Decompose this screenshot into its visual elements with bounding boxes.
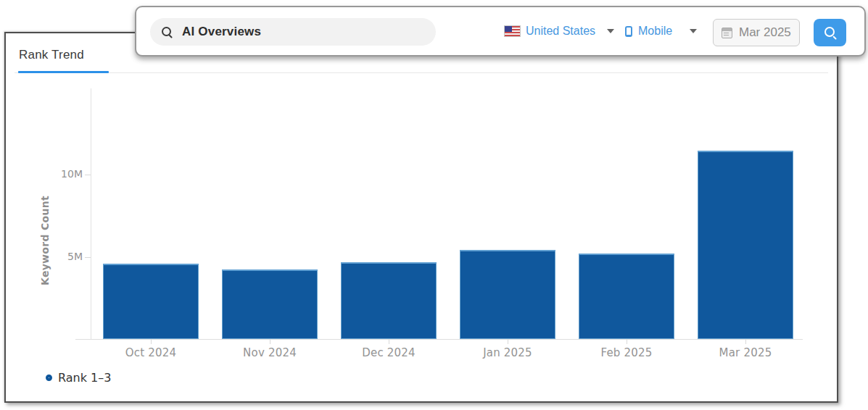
mobile-icon [625,26,632,37]
country-select-label: United States [526,25,595,38]
x-axis-tick [745,340,746,344]
x-axis-tick [270,340,270,344]
y-axis-label: 10M [33,168,83,180]
legend-ring-icon [46,375,52,381]
calendar-icon [722,28,732,38]
country-select[interactable]: United States [505,7,614,55]
chart-legend[interactable]: Rank 1–3 [46,371,111,385]
x-axis-tick [389,340,389,344]
search-query-text: AI Overviews [182,25,261,39]
legend-label: Rank 1–3 [58,371,111,385]
tab-rank-trend[interactable]: Rank Trend [19,48,84,62]
tab-active-indicator [18,71,109,73]
x-axis-tick [151,340,152,344]
device-select-label: Mobile [638,25,672,38]
date-picker[interactable]: Mar 2025 [713,19,800,46]
tab-divider [15,72,828,73]
search-icon [162,27,173,38]
search-button-icon [824,27,836,38]
x-axis-label: Nov 2024 [210,346,329,359]
x-axis-label: Dec 2024 [329,346,448,359]
bar-oct-2024[interactable] [103,264,199,339]
x-axis-label: Oct 2024 [91,346,210,359]
bar-mar-2025[interactable] [698,151,793,339]
bar-feb-2025[interactable] [579,254,674,339]
search-button[interactable] [814,19,846,46]
chevron-down-icon [690,29,697,33]
bar-jan-2025[interactable] [460,250,555,339]
bar-dec-2024[interactable] [341,262,437,339]
y-axis-tick [85,175,91,175]
x-axis-label: Mar 2025 [686,346,805,359]
bar-nov-2024[interactable] [222,269,318,339]
y-axis-line [91,88,91,339]
search-toolbar: AI Overviews United States Mobile Mar 20… [135,6,866,57]
device-select[interactable]: Mobile [625,7,697,55]
search-input[interactable]: AI Overviews [150,18,436,46]
y-axis-label: 5M [33,251,83,262]
rank-trend-chart: Keyword Count Oct 2024Nov 2024Dec 2024Ja… [6,74,837,364]
x-axis-tick [627,340,627,344]
app-root: Rank Trend Keyword Count Oct 2024Nov 202… [0,0,868,410]
x-axis-label: Jan 2025 [448,346,567,359]
y-axis-tick [85,257,91,258]
x-axis-tick [508,340,508,344]
rank-trend-panel: Rank Trend Keyword Count Oct 2024Nov 202… [4,32,838,403]
chevron-down-icon [607,29,614,33]
us-flag-icon [505,26,520,36]
y-axis-title: Keyword Count [39,161,51,320]
date-picker-value: Mar 2025 [739,25,791,40]
x-axis-line [75,339,803,340]
x-axis-label: Feb 2025 [567,346,686,359]
